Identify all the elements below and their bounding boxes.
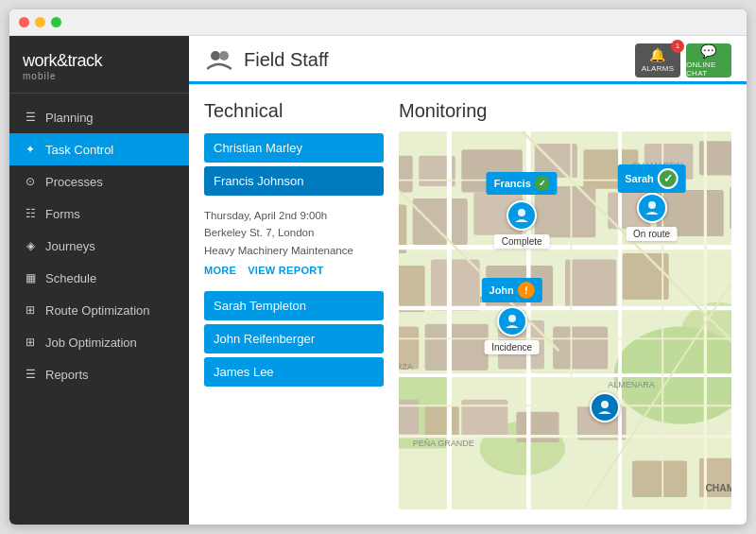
svg-rect-33 bbox=[425, 405, 459, 436]
content-area: Field Staff 1 🔔 ALARMS 💬 ONLINE CHAT bbox=[189, 36, 747, 525]
staff-item-sarah-templeton[interactable]: Sarah Templeton bbox=[204, 291, 384, 320]
sidebar-item-journeys[interactable]: ◈ Journeys bbox=[9, 230, 189, 262]
left-panel: Technical Christian Marley Francis Johns… bbox=[204, 100, 384, 509]
page-title: Field Staff bbox=[244, 49, 329, 71]
francis-status: Complete bbox=[494, 234, 550, 249]
brand-sub: mobile bbox=[23, 71, 176, 81]
francis-name: Francis bbox=[494, 178, 531, 189]
processes-icon: ⊙ bbox=[23, 174, 38, 189]
sidebar-item-label: Schedule bbox=[45, 271, 96, 285]
task-control-icon: ✦ bbox=[23, 142, 38, 157]
staff-item-francis-johnson[interactable]: Francis Johnson bbox=[204, 166, 384, 196]
sidebar-item-reports[interactable]: ☰ Reports bbox=[9, 358, 189, 390]
sidebar-item-label: Planning bbox=[45, 111, 94, 125]
svg-rect-37 bbox=[632, 460, 687, 497]
online-chat-label: ONLINE CHAT bbox=[686, 60, 731, 78]
detail-address: Berkeley St. 7, London bbox=[204, 224, 384, 241]
journeys-icon: ◈ bbox=[23, 238, 38, 253]
sidebar-item-label: Reports bbox=[45, 368, 89, 382]
map-container[interactable]: LA PAZ CHAMARTIN EL PILAR VALDEZARZA ALM… bbox=[399, 131, 731, 509]
alarms-label: ALARMS bbox=[642, 64, 675, 73]
sarah-check-icon: ✓ bbox=[658, 168, 679, 189]
title-bar bbox=[9, 9, 747, 36]
sarah-label-box: Sarah ✓ bbox=[617, 164, 686, 193]
svg-rect-27 bbox=[425, 324, 489, 370]
francis-label-box: Francis ✓ bbox=[487, 172, 558, 195]
detail-links: MORE VIEW REPORT bbox=[204, 263, 384, 280]
svg-text:ALMENARA: ALMENARA bbox=[608, 380, 655, 389]
svg-point-67 bbox=[601, 401, 609, 408]
minimize-button[interactable] bbox=[35, 17, 45, 27]
more-link[interactable]: MORE bbox=[204, 263, 236, 280]
alarms-badge: 1 bbox=[671, 40, 684, 53]
detail-task: Heavy Machinery Maintenance bbox=[204, 242, 384, 259]
francis-check-icon: ✓ bbox=[535, 176, 550, 191]
maximize-button[interactable] bbox=[51, 17, 61, 27]
staff-name: Christian Marley bbox=[214, 141, 302, 155]
forms-icon: ☷ bbox=[23, 206, 38, 221]
sidebar-item-label: Processes bbox=[45, 175, 103, 189]
schedule-icon: ▦ bbox=[23, 270, 38, 285]
staff-detail: Thursday, April 2nd 9:00h Berkeley St. 7… bbox=[204, 207, 384, 280]
close-button[interactable] bbox=[19, 17, 29, 27]
john-label-box: John ! bbox=[482, 278, 542, 302]
sidebar-item-label: Task Control bbox=[45, 143, 113, 157]
route-opt-icon: ⊞ bbox=[23, 302, 38, 318]
sidebar-item-schedule[interactable]: ▦ Schedule bbox=[9, 262, 189, 294]
staff-item-christian-marley[interactable]: Christian Marley bbox=[204, 133, 384, 163]
svg-rect-20 bbox=[730, 186, 731, 229]
john-avatar bbox=[497, 306, 527, 336]
staff-item-john-reifenberger[interactable]: John Reifenberger bbox=[204, 324, 384, 353]
sidebar-item-route-optimization[interactable]: ⊞ Route Optimization bbox=[9, 294, 189, 326]
view-report-link[interactable]: VIEW REPORT bbox=[248, 263, 323, 280]
sidebar-item-processes[interactable]: ⊙ Processes bbox=[9, 165, 189, 198]
online-chat-button[interactable]: 💬 ONLINE CHAT bbox=[686, 43, 731, 78]
sidebar-item-label: Journeys bbox=[45, 239, 95, 253]
sarah-name: Sarah bbox=[625, 173, 654, 184]
sidebar-item-forms[interactable]: ☷ Forms bbox=[9, 198, 189, 230]
staff-name: Francis Johnson bbox=[214, 174, 303, 188]
staff-name: James Lee bbox=[214, 365, 274, 379]
sarah-status: On route bbox=[626, 227, 678, 241]
john-name: John bbox=[490, 284, 514, 296]
sarah-pin[interactable]: Sarah ✓ On route bbox=[637, 193, 667, 223]
unknown-avatar bbox=[590, 392, 620, 422]
svg-point-0 bbox=[211, 51, 220, 60]
app-body: work&track mobile ☰ Planning ✦ Task Cont… bbox=[9, 36, 747, 525]
svg-rect-29 bbox=[553, 326, 608, 369]
svg-text:VALDEZARZA: VALDEZARZA bbox=[399, 362, 413, 371]
john-pin[interactable]: John ! Incidence bbox=[497, 306, 527, 336]
top-bar: Field Staff 1 🔔 ALARMS 💬 ONLINE CHAT bbox=[189, 36, 747, 85]
reports-icon: ☰ bbox=[23, 367, 38, 382]
john-warning-icon: ! bbox=[518, 282, 535, 299]
svg-rect-7 bbox=[399, 156, 413, 193]
staff-item-james-lee[interactable]: James Lee bbox=[204, 357, 384, 387]
sidebar-item-task-control[interactable]: ✦ Task Control bbox=[9, 133, 189, 165]
svg-rect-22 bbox=[431, 259, 480, 310]
john-status: Incidence bbox=[484, 340, 540, 354]
francis-pin[interactable]: Francis ✓ Complete bbox=[507, 200, 537, 231]
svg-rect-15 bbox=[413, 198, 468, 245]
svg-point-66 bbox=[508, 315, 516, 322]
chat-icon: 💬 bbox=[700, 43, 716, 59]
alarms-button[interactable]: 1 🔔 ALARMS bbox=[635, 43, 680, 78]
progress-bar bbox=[189, 81, 747, 84]
sidebar-item-job-optimization[interactable]: ⊞ Job Optimization bbox=[9, 326, 189, 358]
staff-list: Christian Marley Francis Johnson Thursda… bbox=[204, 133, 384, 387]
sarah-avatar bbox=[637, 193, 667, 223]
sidebar-item-label: Forms bbox=[45, 207, 80, 221]
detail-date: Thursday, April 2nd 9:00h bbox=[204, 207, 384, 224]
sidebar-item-label: Job Optimization bbox=[45, 336, 137, 350]
sidebar-item-planning[interactable]: ☰ Planning bbox=[9, 101, 189, 133]
app-window: work&track mobile ☰ Planning ✦ Task Cont… bbox=[9, 9, 747, 525]
svg-point-1 bbox=[219, 51, 229, 60]
traffic-lights bbox=[19, 17, 61, 27]
svg-point-64 bbox=[518, 209, 525, 216]
bell-icon: 🔔 bbox=[649, 47, 665, 62]
svg-point-65 bbox=[648, 201, 656, 209]
brand-name: work&track bbox=[23, 51, 176, 71]
unknown-pin[interactable] bbox=[590, 392, 620, 422]
svg-text:CHAMARTIN: CHAMARTIN bbox=[705, 483, 731, 493]
svg-rect-21 bbox=[399, 266, 425, 312]
sidebar-nav: ☰ Planning ✦ Task Control ⊙ Processes ☷ … bbox=[9, 94, 189, 525]
